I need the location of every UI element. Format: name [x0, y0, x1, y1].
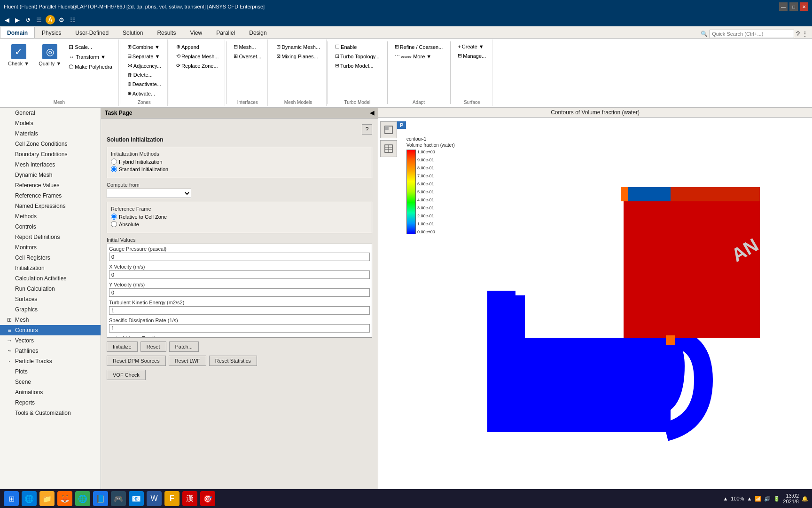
sidebar-item-particle-tracks[interactable]: · Particle Tracks — [0, 356, 101, 366]
standard-init-input[interactable] — [111, 166, 117, 172]
sidebar-item-report-definitions[interactable]: Report Definitions — [0, 232, 101, 242]
taskbar-up-arrow[interactable]: ▲ — [747, 496, 752, 501]
taskbar-firefox-icon[interactable]: 🦊 — [57, 491, 72, 506]
manage-surface-btn[interactable]: ⊟ Manage... — [455, 51, 488, 60]
scale-btn[interactable]: ⊡ Scale... — [66, 42, 115, 52]
sidebar-item-pathlines[interactable]: ~ Pathlines — [0, 346, 101, 356]
reset-dpm-btn[interactable]: Reset DPM Sources — [107, 356, 166, 366]
taskbar-steam-icon[interactable]: 🎮 — [111, 491, 126, 506]
settings-icon[interactable]: ⋮ — [802, 30, 808, 38]
tab-user-defined[interactable]: User-Defined — [68, 27, 116, 38]
adapt-more-btn[interactable]: ⋯ ∞∞∞ More ▼ — [392, 52, 445, 61]
combine-btn[interactable]: ⊞ Combine ▼ — [125, 42, 164, 51]
sidebar-item-controls[interactable]: Controls — [0, 222, 101, 232]
separate-btn[interactable]: ⊟ Separate ▼ — [125, 52, 164, 61]
sidebar-item-graphics[interactable]: Graphics — [0, 304, 101, 315]
taskbar-game-icon[interactable]: 🎯 — [200, 491, 215, 506]
sidebar-item-cell-zone[interactable]: Cell Zone Conditions — [0, 139, 101, 149]
absolute-label[interactable]: Absolute — [111, 221, 368, 227]
reset-btn[interactable]: Reset — [141, 341, 166, 352]
sidebar-item-reports[interactable]: Reports — [0, 397, 101, 408]
sidebar-item-plots[interactable]: Plots — [0, 366, 101, 377]
replace-zone-btn[interactable]: ⟳ Replace Zone... — [174, 61, 221, 70]
taskbar-show-desktop[interactable]: ▲ — [723, 496, 728, 501]
sidebar-item-named-expressions[interactable]: Named Expressions — [0, 201, 101, 211]
sidebar-item-reference-frames[interactable]: Reference Frames — [0, 190, 101, 201]
adjacency-btn[interactable]: ⋈ Adjacency... — [125, 61, 164, 70]
taskbar-network-icon[interactable]: 📶 — [755, 496, 761, 502]
compute-from-select[interactable] — [107, 189, 191, 198]
sidebar-item-materials[interactable]: Materials — [0, 128, 101, 139]
taskbar-chrome-icon[interactable]: 🌐 — [75, 491, 90, 506]
close-btn[interactable]: ✕ — [800, 2, 808, 11]
reset-statistics-btn[interactable]: Reset Statistics — [209, 356, 257, 366]
x-velocity-input[interactable] — [109, 270, 370, 279]
append-btn[interactable]: ⊕ Append — [174, 42, 221, 51]
qa-settings[interactable]: ⚙ — [57, 16, 66, 24]
hybrid-init-label[interactable]: Hybrid Initialization — [111, 159, 368, 165]
sidebar-item-monitors[interactable]: Monitors — [0, 242, 101, 253]
taskbar-fluent-icon[interactable]: F — [164, 491, 180, 506]
check-btn[interactable]: ✓ Check ▼ — [4, 41, 33, 69]
sidebar-item-methods[interactable]: Methods — [0, 211, 101, 222]
mixing-planes-btn[interactable]: ⊠ Mixing Planes... — [274, 52, 322, 61]
qa-extra[interactable]: ☷ — [68, 16, 78, 24]
transform-btn[interactable]: ↔ Transform ▼ — [66, 52, 115, 62]
sidebar-item-surfaces[interactable]: Surfaces — [0, 294, 101, 304]
sidebar-item-scene[interactable]: Scene — [0, 377, 101, 387]
tab-view[interactable]: View — [183, 27, 209, 38]
reset-lwf-btn[interactable]: Reset LWF — [169, 356, 206, 366]
help-btn[interactable]: ? — [362, 124, 372, 135]
standard-init-label[interactable]: Standard Initialization — [111, 166, 368, 172]
relative-cell-zone-input[interactable] — [111, 214, 117, 220]
tke-input[interactable] — [109, 306, 370, 315]
sidebar-item-dynamic-mesh[interactable]: Dynamic Mesh — [0, 170, 101, 180]
hybrid-init-input[interactable] — [111, 159, 117, 165]
qa-btn1[interactable]: ↺ — [23, 16, 32, 24]
collapse-panel-btn[interactable]: ◀ — [370, 110, 374, 116]
sidebar-item-general[interactable]: General — [0, 108, 101, 118]
taskbar-kanji-icon[interactable]: 漢 — [182, 491, 197, 506]
overset-btn[interactable]: ⊞ Overset... — [231, 52, 264, 61]
dynamic-mesh-btn[interactable]: ⊡ Dynamic Mesh... — [274, 42, 322, 51]
activate-btn[interactable]: ⊕ Activate... — [125, 89, 164, 98]
help-icon[interactable]: ? — [796, 30, 800, 38]
sidebar-item-tools[interactable]: Tools & Customization — [0, 408, 101, 418]
initial-values-scroll[interactable]: Gauge Pressure (pascal) X Velocity (m/s)… — [107, 244, 372, 338]
taskbar-mail-icon[interactable]: 📧 — [129, 491, 144, 506]
enable-btn[interactable]: ☐ Enable — [333, 42, 382, 51]
sidebar-item-cell-registers[interactable]: Cell Registers — [0, 253, 101, 263]
sidebar-item-reference-values[interactable]: Reference Values — [0, 180, 101, 190]
tab-results[interactable]: Results — [150, 27, 183, 38]
taskbar-volume-icon[interactable]: 🔊 — [764, 496, 771, 502]
initialize-btn[interactable]: Initialize — [107, 341, 138, 352]
taskbar-battery-icon[interactable]: 🔋 — [773, 496, 780, 502]
y-velocity-input[interactable] — [109, 288, 370, 297]
tab-solution[interactable]: Solution — [116, 27, 150, 38]
sidebar-item-animations[interactable]: Animations — [0, 387, 101, 397]
quick-search-input[interactable] — [710, 30, 794, 38]
relative-cell-zone-label[interactable]: Relative to Cell Zone — [111, 214, 368, 220]
turbo-topology-btn[interactable]: ⊡ Turbo Topology... — [333, 52, 382, 61]
refine-coarsen-btn[interactable]: ⊞ Refine / Coarsen... — [392, 42, 445, 51]
quality-btn[interactable]: ◎ Quality ▼ — [34, 41, 65, 69]
replace-mesh-btn[interactable]: ⟲ Replace Mesh... — [174, 52, 221, 61]
sidebar-item-models[interactable]: Models — [0, 118, 101, 128]
forward-btn[interactable]: ▶ — [13, 16, 22, 24]
taskbar-nav-icon[interactable]: 📘 — [93, 491, 108, 506]
taskbar-explorer-icon[interactable]: 📁 — [39, 491, 55, 506]
absolute-input[interactable] — [111, 221, 117, 227]
mesh-interface-btn[interactable]: ⊟ Mesh... — [231, 42, 264, 51]
gauge-pressure-input[interactable] — [109, 253, 370, 261]
maximize-btn[interactable]: □ — [789, 2, 798, 11]
taskbar-notification[interactable]: 🔔 — [802, 496, 808, 502]
sidebar-item-mesh-si[interactable]: ⊞ Mesh — [0, 315, 101, 325]
sidebar-item-contours[interactable]: ≡ Contours — [0, 325, 101, 335]
deactivate-btn[interactable]: ⊗ Deactivate... — [125, 79, 164, 88]
tab-domain[interactable]: Domain — [0, 27, 35, 38]
sdr-input[interactable] — [109, 324, 370, 333]
tab-design[interactable]: Design — [242, 27, 273, 38]
start-btn[interactable]: ⊞ — [4, 491, 19, 506]
delete-btn[interactable]: 🗑 Delete... — [125, 71, 164, 79]
qa-btn2[interactable]: ☰ — [34, 16, 44, 24]
